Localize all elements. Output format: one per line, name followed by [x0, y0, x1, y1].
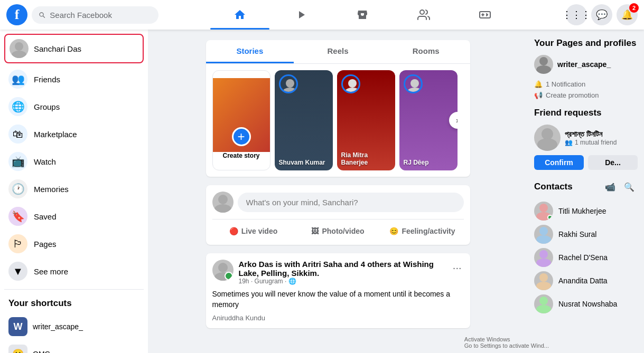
new-call-button[interactable]: 📹: [602, 178, 619, 195]
sidebar-label-memories: Memories: [34, 185, 69, 194]
live-video-label: Live video: [241, 227, 277, 235]
pages-item-writer: writer_ascape_: [534, 55, 638, 74]
friend-req-header: প্রশান্ত টিনটিন 👥 1 mutual friend: [534, 125, 638, 151]
friends-icon: 👥: [8, 70, 27, 89]
post-header: Arko Das is with Aritri Saha and 4 other…: [212, 260, 464, 285]
sidebar-item-friends[interactable]: 👥 Friends: [4, 65, 144, 93]
post-with-text: is with: [276, 260, 302, 269]
delete-friend-button[interactable]: De...: [588, 155, 638, 170]
sidebar-user-profile[interactable]: Sanchari Das: [4, 34, 144, 63]
nav-center: [158, 2, 566, 27]
contacts-title: Contacts: [534, 182, 602, 192]
nav-groups-button[interactable]: [394, 2, 453, 27]
post-author-link[interactable]: Arko Das: [239, 260, 274, 269]
shortcut-omg[interactable]: 😮 OMG: [4, 340, 144, 353]
svg-point-1: [15, 42, 23, 51]
post-input-field[interactable]: [238, 193, 464, 212]
post-and-others: and: [344, 260, 361, 269]
live-video-button[interactable]: 🔴 Live video: [212, 224, 295, 238]
mutual-icon: 👥: [565, 139, 573, 146]
shortcut-label-omg: OMG: [33, 350, 50, 353]
nav-gaming-button[interactable]: [455, 2, 515, 27]
apps-button[interactable]: ⋮⋮⋮: [566, 4, 587, 25]
photo-video-button[interactable]: 🖼 Photo/video: [297, 224, 379, 238]
sidebar-divider: [4, 289, 144, 290]
nav-home-button[interactable]: [210, 2, 269, 27]
contact-anandita[interactable]: Anandita Datta: [534, 269, 638, 292]
watch-icon-sidebar: 📺: [8, 152, 27, 171]
story-shuvam[interactable]: Shuvam Kumar: [275, 70, 333, 170]
tab-reels[interactable]: Reels: [294, 40, 382, 63]
feeling-label: Feeling/activity: [402, 227, 455, 235]
commenter-name: Aniruddha Kundu: [212, 314, 265, 322]
shortcut-writer-ascape[interactable]: W writer_ascape_: [4, 313, 144, 340]
create-story-card[interactable]: + Create story: [212, 70, 270, 170]
pages-info: writer_ascape_: [557, 60, 611, 69]
top-navigation: f ⋮⋮⋮ 💬 🔔 2: [0, 0, 644, 30]
contact-name-rachel: Rachel D'Sena: [558, 253, 608, 262]
contact-titli[interactable]: Titli Mukherjee: [534, 199, 638, 223]
pages-section-title: Your Pages and profiles: [534, 38, 638, 49]
nav-marketplace-button[interactable]: [333, 2, 392, 27]
watch-icon: [295, 8, 307, 21]
svg-point-7: [410, 79, 419, 88]
add-story-btn[interactable]: +: [232, 127, 251, 146]
messenger-button[interactable]: 💬: [591, 4, 612, 25]
post-others-link[interactable]: 4 others: [361, 260, 391, 269]
feeling-activity-button[interactable]: 😊 Feeling/activity: [381, 224, 464, 238]
pages-avatar: [534, 55, 553, 74]
svg-point-9: [218, 195, 228, 204]
post-more-button[interactable]: ···: [451, 260, 464, 276]
nav-right-controls: ⋮⋮⋮ 💬 🔔 2: [566, 4, 638, 25]
story-name-rj: RJ Dêep: [404, 159, 455, 166]
sidebar-label-watch: Watch: [34, 157, 56, 166]
notification-item[interactable]: 🔔 1 Notification: [534, 80, 638, 88]
search-bar-container[interactable]: [32, 6, 158, 24]
sidebar-item-groups[interactable]: 🌐 Groups: [4, 93, 144, 120]
facebook-logo[interactable]: f: [6, 4, 27, 25]
story-rj[interactable]: RJ Dêep ›: [399, 70, 458, 170]
post-tagged-user[interactable]: Aritri Saha: [302, 260, 342, 269]
svg-point-5: [348, 79, 357, 88]
friend-req-avatar: [534, 125, 561, 151]
create-promo-label: Create promotion: [546, 91, 599, 99]
story-ria[interactable]: Ria Mitra Banerjee: [337, 70, 395, 170]
stories-tabs: Stories Reels Rooms: [206, 40, 470, 64]
sidebar-item-marketplace[interactable]: 🛍 Marketplace: [4, 120, 144, 148]
search-icon: [38, 11, 45, 19]
gaming-icon: [479, 8, 491, 21]
search-input[interactable]: [50, 11, 152, 20]
tab-stories[interactable]: Stories: [206, 40, 294, 63]
sidebar-item-memories[interactable]: 🕐 Memories: [4, 175, 144, 203]
post-input-row: [212, 192, 464, 213]
post-text: Sometimes you will never know the value …: [212, 289, 464, 310]
contacts-icons: 📹 🔍: [602, 178, 638, 195]
svg-point-3: [286, 79, 294, 88]
shortcuts-title: Your shortcuts: [4, 294, 144, 313]
sidebar-item-saved[interactable]: 🔖 Saved: [4, 203, 144, 230]
contact-rakhi[interactable]: Rakhi Sural: [534, 223, 638, 246]
contact-nusrat[interactable]: Nusrat Nowshaba: [534, 292, 638, 316]
stories-card: Stories Reels Rooms + Create story: [206, 40, 470, 177]
nav-watch-button[interactable]: [272, 2, 331, 27]
sidebar-item-watch[interactable]: 📺 Watch: [4, 148, 144, 175]
activate-windows-text: Activate WindowsGo to Settings to activa…: [528, 336, 549, 349]
create-promotion-button[interactable]: 📢 Create promotion: [534, 91, 638, 99]
sidebar-label-marketplace: Marketplace: [34, 130, 77, 139]
megaphone-icon: 📢: [534, 91, 543, 99]
story-avatar-ria: [341, 74, 360, 93]
search-contacts-button[interactable]: 🔍: [621, 178, 638, 195]
sidebar-label-groups: Groups: [34, 102, 60, 111]
svg-point-11: [218, 263, 228, 272]
svg-point-20: [536, 235, 551, 244]
tab-rooms[interactable]: Rooms: [382, 40, 470, 63]
marketplace-icon-sidebar: 🛍: [8, 125, 27, 144]
mutual-count: 1 mutual friend: [575, 139, 617, 146]
post-actions: 🔴 Live video 🖼 Photo/video 😊 Feeling/act…: [212, 219, 464, 238]
confirm-friend-button[interactable]: Confirm: [534, 155, 584, 170]
sidebar-username: Sanchari Das: [34, 44, 81, 53]
friend-req-info: প্রশান্ত টিনটিন 👥 1 mutual friend: [565, 130, 638, 146]
sidebar-item-see-more[interactable]: ▼ See more: [4, 257, 144, 285]
contact-rachel[interactable]: Rachel D'Sena: [534, 246, 638, 269]
sidebar-item-pages[interactable]: 🏳 Pages: [4, 230, 144, 257]
